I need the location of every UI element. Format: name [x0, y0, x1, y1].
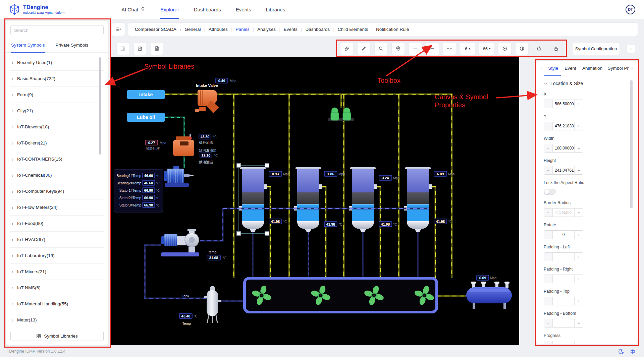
tab-symbol-properties[interactable]: Symbol Pr — [604, 61, 630, 76]
nav-ai-chat[interactable]: AI Chat — [121, 0, 146, 19]
plus-icon[interactable]: + — [574, 297, 583, 305]
plus-icon[interactable]: + — [574, 253, 583, 261]
tab-animation[interactable]: Animation — [579, 61, 604, 76]
plus-icon[interactable]: + — [574, 166, 583, 174]
symbol-configuration-button[interactable]: Symbol Configuration — [572, 42, 620, 55]
padding-right-value[interactable] — [553, 275, 574, 283]
minus-icon[interactable]: − — [544, 275, 553, 283]
border-radius-value[interactable]: < 1 Ratio — [553, 209, 574, 217]
padding-top-value[interactable] — [553, 297, 574, 305]
toolbar-search-button[interactable] — [374, 42, 388, 55]
toolbar-size-dropdown[interactable]: 66 ▾ — [479, 42, 494, 55]
minus-icon[interactable]: − — [544, 100, 553, 108]
plus-icon[interactable]: + — [574, 100, 583, 108]
toolbar-stroke-width-dropdown[interactable]: 6 ▾ — [460, 42, 475, 55]
plus-icon[interactable]: + — [574, 341, 583, 345]
sidebar-item-recently-used[interactable]: ›Recently Used(1) — [10, 55, 104, 71]
y-value[interactable]: 476.21833 — [553, 122, 574, 130]
rotate-value[interactable]: 0 — [553, 231, 574, 239]
toolbar-clear-button[interactable] — [151, 42, 163, 55]
tab-panels[interactable]: Panels — [236, 27, 250, 32]
tab-attributes[interactable]: Attributes — [209, 27, 228, 32]
sidebar-item-iot-mixers[interactable]: ›IoT-Mixers(21) — [10, 264, 104, 280]
minus-icon[interactable]: − — [544, 209, 553, 217]
sidebar-item-iot-material-handling[interactable]: ›IoT-Material Handling(55) — [10, 296, 104, 312]
minus-icon[interactable]: − — [544, 122, 553, 130]
manifold-tank-symbol[interactable] — [466, 282, 512, 309]
toolbar-line-thin-button[interactable] — [409, 42, 422, 55]
tab-analyses[interactable]: Analyses — [257, 27, 276, 32]
sidebar-item-basic-shapes[interactable]: ›Basic Shapes(722) — [10, 71, 104, 87]
nav-dashboards[interactable]: Dashboards — [194, 0, 221, 19]
properties-scrollbar[interactable] — [630, 80, 633, 208]
minus-icon[interactable]: − — [544, 231, 553, 239]
padding-bottom-value[interactable] — [553, 319, 574, 327]
tab-child-elements[interactable]: Child Elements — [338, 27, 368, 32]
sidebar-item-iot-computer-keys[interactable]: ›IoT-Computer Keys(94) — [10, 183, 104, 199]
moon-icon[interactable] — [618, 349, 624, 354]
pump-symbol[interactable] — [161, 229, 199, 256]
tab-style[interactable]: Style — [544, 61, 561, 76]
toolbar-record-dot-filled-button[interactable] — [515, 42, 529, 55]
sidebar-item-city[interactable]: ›City(21) — [10, 103, 104, 119]
toolbar-line-button[interactable] — [426, 42, 439, 55]
sidebar-item-iot-nms[interactable]: ›IoT-NMS(6) — [10, 280, 104, 296]
tab-system-symbols[interactable]: System Symbols — [11, 38, 45, 53]
plus-icon[interactable]: + — [574, 209, 583, 217]
minus-icon[interactable]: − — [544, 319, 553, 327]
toolbar-outline-button[interactable] — [116, 42, 129, 55]
search-input[interactable] — [10, 25, 104, 35]
minus-icon[interactable]: − — [544, 166, 553, 174]
chevron-left-icon[interactable]: ‹ — [540, 66, 544, 71]
lube-oil-label[interactable]: Lube oil — [127, 113, 165, 122]
nav-explorer[interactable]: Explorer — [160, 0, 179, 19]
tab-private-symbols[interactable]: Private Symbols — [56, 38, 89, 53]
compressor-vessel-1[interactable] — [239, 167, 267, 232]
minus-icon[interactable]: − — [544, 341, 553, 345]
bearing-temp-panel[interactable]: Bearing1#Temp Bearing2#Temp Stator1#Temp… — [114, 169, 163, 212]
compressor-vessel-4[interactable] — [404, 167, 432, 232]
x-value[interactable]: 586.50000 — [553, 100, 574, 108]
brand[interactable]: TDengine Industrial Data Mgmt Platform — [9, 4, 109, 15]
lock-aspect-ratio-toggle[interactable] — [544, 189, 556, 195]
collapse-tree-button[interactable] — [112, 22, 125, 36]
nav-libraries[interactable]: Libraries — [266, 0, 285, 19]
symbol-libraries-button[interactable]: Symbol Libraries — [10, 331, 104, 341]
expand-panel-button[interactable]: › — [627, 44, 635, 53]
location-size-section[interactable]: Location & Size — [544, 81, 630, 86]
height-value[interactable]: 241.04761 — [553, 166, 574, 174]
toolbar-pen-button[interactable] — [340, 42, 354, 55]
tab-general[interactable]: General — [184, 27, 201, 32]
sidebar-scrollbar[interactable] — [99, 57, 101, 155]
minus-icon[interactable]: − — [544, 297, 553, 305]
plus-icon[interactable]: + — [574, 275, 583, 283]
toolbar-record-dot-button[interactable] — [498, 42, 512, 55]
plus-icon[interactable]: + — [574, 231, 583, 239]
intake-valve-symbol[interactable] — [195, 90, 219, 113]
sidebar-item-iot-flow-meters[interactable]: ›IoT-Flow Meters(24) — [10, 199, 104, 216]
cooler-fans-symbol[interactable] — [245, 278, 437, 312]
sidebar-item-iot-boilers[interactable]: ›IoT-Boilers(21) — [10, 135, 104, 151]
compressor-vessel-2[interactable] — [294, 167, 322, 232]
progress-value[interactable] — [553, 341, 574, 345]
plus-icon[interactable]: + — [574, 144, 583, 152]
sidebar-item-iot-blowers[interactable]: ›IoT-Blowers(18) — [10, 119, 104, 135]
toolbar-pencil-button[interactable] — [357, 42, 371, 55]
sidebar-item-iot-food[interactable]: ›IoT-Food(60) — [10, 216, 104, 232]
toolbar-save-button[interactable] — [133, 42, 146, 55]
green-valve-symbol[interactable] — [328, 108, 354, 121]
toolbar-wave-button[interactable] — [443, 42, 456, 55]
language-icon[interactable] — [630, 349, 635, 354]
scada-canvas[interactable]: intake Lube oil Intake Valve 0.49 Mpa 0.… — [111, 57, 519, 345]
tab-dashboards[interactable]: Dashboards — [305, 27, 330, 32]
breadcrumb-root[interactable]: Compressor SCADA — [135, 27, 176, 32]
tab-events[interactable]: Events — [284, 27, 298, 32]
minus-icon[interactable]: − — [544, 144, 553, 152]
intake-label[interactable]: intake — [127, 90, 165, 99]
plus-icon[interactable]: + — [574, 319, 583, 327]
sidebar-item-form[interactable]: ›Form(9) — [10, 87, 104, 103]
sidebar-item-iot-containers[interactable]: ›IoT-CONTAINERS(15) — [10, 151, 104, 167]
lube-oil-pump-symbol[interactable] — [173, 134, 194, 156]
toolbar-lock-button[interactable] — [549, 42, 563, 55]
plus-icon[interactable]: + — [574, 122, 583, 130]
